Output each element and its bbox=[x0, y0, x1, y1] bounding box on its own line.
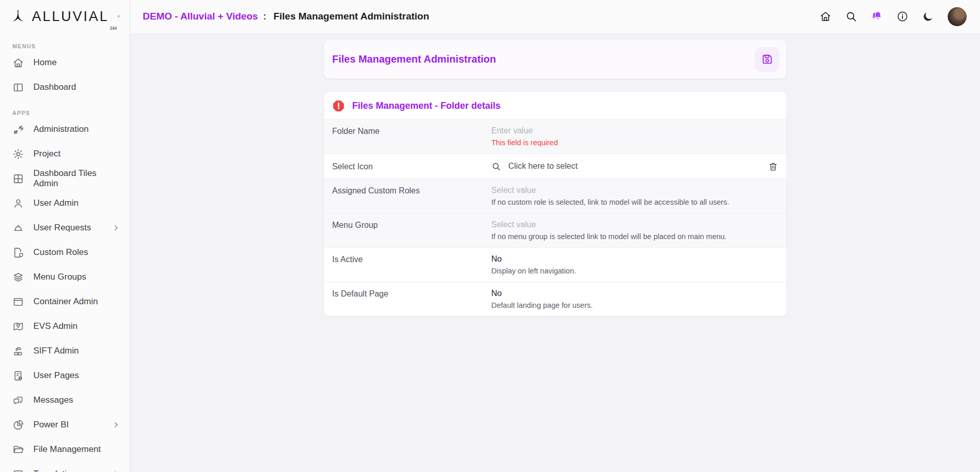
field-hint: Default landing page for users. bbox=[491, 301, 778, 309]
brand: ALLUVIAL SM bbox=[0, 0, 129, 33]
home-icon[interactable] bbox=[819, 10, 832, 23]
sidebar-item-dashboard-tiles-admin[interactable]: Dashboard Tiles Admin bbox=[0, 166, 129, 191]
tools-icon bbox=[12, 124, 24, 135]
info-icon[interactable] bbox=[896, 10, 909, 23]
search-icon bbox=[491, 162, 501, 171]
is-default-page-toggle[interactable]: No bbox=[491, 289, 778, 298]
user-icon bbox=[12, 198, 24, 209]
form-row-assigned-custom-roles: Assigned Custom Roles Select value If no… bbox=[324, 179, 786, 213]
save-button[interactable] bbox=[755, 47, 779, 72]
field-hint: Display on left navigation. bbox=[491, 267, 778, 275]
breadcrumb-environment[interactable]: DEMO - Alluvial + Videos bbox=[143, 11, 258, 22]
sidebar-item-label: Home bbox=[33, 57, 56, 68]
sidebar-item-label: Translations bbox=[33, 469, 81, 472]
sidebar-item-administration[interactable]: Administration bbox=[0, 117, 129, 142]
notifications-bells-icon[interactable] bbox=[871, 10, 883, 23]
field-label: Is Active bbox=[332, 254, 491, 264]
sidebar-toggle-icon[interactable] bbox=[117, 11, 120, 22]
sidebar-item-label: EVS Admin bbox=[33, 321, 78, 331]
custom-roles-select[interactable]: Select value bbox=[491, 186, 778, 195]
sidebar-item-home[interactable]: Home bbox=[0, 50, 129, 75]
field-error: This field is required bbox=[491, 139, 778, 147]
is-active-toggle[interactable]: No bbox=[491, 254, 778, 264]
user-avatar[interactable] bbox=[948, 7, 967, 26]
form-row-is-default-page: Is Default Page No Default landing page … bbox=[324, 282, 786, 316]
sidebar-item-custom-roles[interactable]: Custom Roles bbox=[0, 240, 129, 265]
app-root: ALLUVIAL SM MENUS Home Dashboard APPS Ad… bbox=[0, 0, 980, 472]
menu-group-select[interactable]: Select value bbox=[491, 220, 778, 229]
nav-section-menus: MENUS bbox=[12, 43, 129, 50]
form-row-menu-group: Menu Group Select value If no menu group… bbox=[324, 213, 786, 247]
sidebar-item-user-pages[interactable]: User Pages bbox=[0, 363, 129, 388]
map-pin-icon bbox=[12, 321, 24, 332]
file-info-icon bbox=[12, 370, 24, 382]
brand-name: ALLUVIAL bbox=[32, 9, 109, 25]
alert-octagon-icon bbox=[332, 100, 345, 112]
nav-section-apps: APPS bbox=[12, 110, 129, 117]
breadcrumb-separator: : bbox=[263, 11, 266, 22]
chat-bubbles-icon bbox=[12, 395, 24, 406]
sidebar-item-label: Dashboard bbox=[33, 82, 76, 92]
brand-servicemark: SM bbox=[110, 26, 117, 33]
file-shield-icon bbox=[12, 247, 24, 259]
sidebar-item-label: Container Admin bbox=[33, 297, 98, 307]
sidebar-item-menu-groups[interactable]: Menu Groups bbox=[0, 265, 129, 289]
icon-picker-placeholder: Click here to select bbox=[508, 162, 578, 171]
sidebar-item-label: SIFT Admin bbox=[33, 346, 79, 356]
sidebar-item-label: Dashboard Tiles Admin bbox=[33, 168, 120, 189]
sidebar-item-translations[interactable]: Translations bbox=[0, 462, 129, 472]
dark-mode-moon-icon[interactable] bbox=[922, 10, 934, 23]
layers-icon bbox=[12, 271, 24, 283]
page-title: Files Management Administration bbox=[332, 53, 496, 65]
field-label: Menu Group bbox=[332, 220, 491, 230]
field-label: Select Icon bbox=[332, 162, 491, 171]
sidebar-item-label: User Requests bbox=[33, 223, 91, 233]
folder-name-input[interactable]: Enter value bbox=[491, 126, 778, 135]
sidebar-item-power-bi[interactable]: Power BI bbox=[0, 412, 129, 437]
chevron-right-icon bbox=[112, 421, 120, 429]
sidebar-item-label: Custom Roles bbox=[33, 247, 88, 258]
sidebar-item-label: User Admin bbox=[33, 198, 79, 208]
field-label: Folder Name bbox=[332, 126, 491, 136]
sift-boxes-icon bbox=[12, 345, 24, 357]
window-icon bbox=[12, 296, 24, 308]
gear-icon bbox=[12, 148, 24, 160]
sidebar: ALLUVIAL SM MENUS Home Dashboard APPS Ad… bbox=[0, 0, 130, 472]
sidebar-item-user-requests[interactable]: User Requests bbox=[0, 215, 129, 240]
trash-icon[interactable] bbox=[768, 162, 778, 172]
grid-icon bbox=[12, 173, 24, 185]
save-floppy-icon bbox=[761, 53, 774, 66]
translate-icon bbox=[12, 468, 24, 472]
sidebar-item-project[interactable]: Project bbox=[0, 142, 129, 166]
field-label: Assigned Custom Roles bbox=[332, 186, 491, 195]
breadcrumb-page-title: Files Management Administration bbox=[274, 11, 429, 22]
sidebar-item-label: Administration bbox=[33, 124, 89, 134]
folder-details-card: Files Management - Folder details Folder… bbox=[324, 92, 786, 316]
pie-chart-icon bbox=[12, 419, 24, 431]
sidebar-item-dashboard[interactable]: Dashboard bbox=[0, 75, 129, 100]
sidebar-item-file-management[interactable]: File Management bbox=[0, 437, 129, 462]
page-title-card: Files Management Administration bbox=[324, 40, 786, 78]
chevron-right-icon bbox=[112, 470, 120, 472]
sidebar-item-label: Menu Groups bbox=[33, 272, 86, 282]
field-hint: If no menu group is selected link to mod… bbox=[491, 232, 778, 241]
sidebar-item-container-admin[interactable]: Container Admin bbox=[0, 289, 129, 314]
search-icon[interactable] bbox=[845, 10, 857, 23]
form-row-folder-name: Folder Name Enter value This field is re… bbox=[324, 119, 786, 153]
field-hint: If no custom role is selected, link to m… bbox=[491, 198, 778, 206]
form-header: Files Management - Folder details bbox=[324, 92, 786, 119]
alluvial-logo-icon bbox=[10, 9, 26, 24]
home-icon bbox=[12, 57, 24, 69]
sidebar-item-user-admin[interactable]: User Admin bbox=[0, 191, 129, 215]
form-row-select-icon: Select Icon Click here to select bbox=[324, 153, 786, 179]
icon-picker-trigger[interactable]: Click here to select bbox=[491, 162, 768, 171]
topbar-actions bbox=[819, 7, 967, 26]
field-label: Is Default Page bbox=[332, 289, 491, 299]
sidebar-item-label: Power BI bbox=[33, 420, 69, 430]
form-title: Files Management - Folder details bbox=[352, 101, 501, 111]
sidebar-item-messages[interactable]: Messages bbox=[0, 388, 129, 412]
topbar: DEMO - Alluvial + Videos : Files Managem… bbox=[130, 0, 980, 33]
form-row-is-active: Is Active No Display on left navigation. bbox=[324, 247, 786, 282]
sidebar-item-sift-admin[interactable]: SIFT Admin bbox=[0, 339, 129, 363]
sidebar-item-evs-admin[interactable]: EVS Admin bbox=[0, 314, 129, 339]
